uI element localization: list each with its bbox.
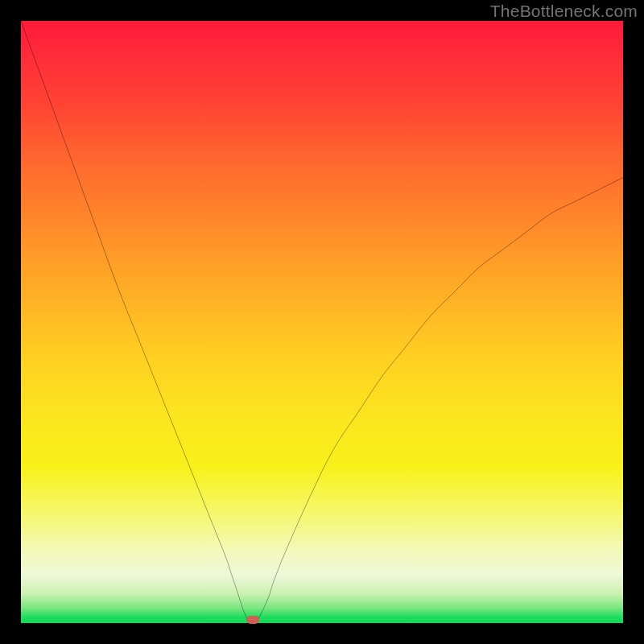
chart-frame: TheBottleneck.com xyxy=(0,0,644,644)
watermark-text: TheBottleneck.com xyxy=(490,2,638,21)
curve-svg xyxy=(21,21,623,623)
optimum-marker xyxy=(246,616,259,624)
bottleneck-curve xyxy=(21,21,623,623)
plot-area xyxy=(21,21,623,623)
